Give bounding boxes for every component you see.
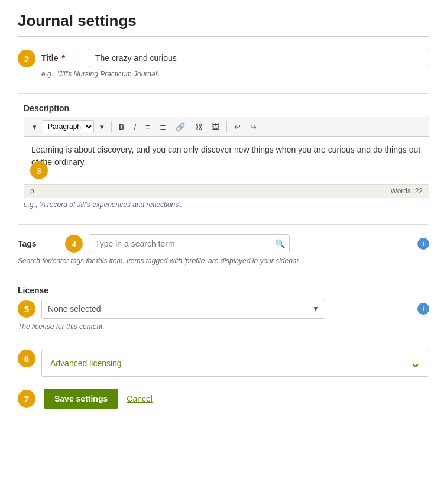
license-label: License	[18, 286, 429, 295]
advanced-licensing-label: Advanced licensing	[50, 358, 122, 368]
paragraph-select[interactable]: Paragraph	[43, 120, 94, 133]
link-button[interactable]: 🔗	[172, 121, 189, 133]
toolbar-divider-2	[226, 121, 227, 132]
description-body[interactable]: Learning is about discovery, and you can…	[24, 137, 429, 184]
image-button[interactable]: 🖼	[208, 121, 223, 133]
page-title: Journal settings	[18, 12, 429, 30]
word-count: Words: 22	[391, 187, 423, 195]
step-badge-4: 4	[65, 235, 83, 253]
step-badge-2: 2	[18, 50, 35, 67]
title-label: Title *	[41, 53, 83, 63]
license-select[interactable]: None selected Creative Commons Attributi…	[41, 299, 325, 319]
tags-info-icon[interactable]: i	[417, 238, 429, 250]
description-hint: e.g., 'A record of Jill's experiences an…	[24, 201, 429, 209]
license-hint: The license for this content.	[18, 322, 429, 331]
title-hint: e.g., 'Jill's Nursing Practicum Journal'…	[41, 70, 429, 78]
bold-button[interactable]: B	[115, 121, 128, 133]
search-icon: 🔍	[275, 239, 285, 248]
advanced-licensing-row: 6 Advanced licensing ⌄	[18, 340, 429, 377]
required-indicator: *	[60, 53, 65, 63]
license-info-icon[interactable]: i	[417, 303, 429, 315]
toolbar-chevron-para[interactable]: ▾	[96, 121, 108, 133]
step-badge-6: 6	[18, 350, 35, 367]
tags-field-group: Tags 4 🔍 i Search for/enter tags for thi…	[18, 234, 429, 265]
tags-label: Tags	[18, 239, 59, 248]
title-input[interactable]	[89, 49, 429, 67]
unlink-button[interactable]: ⛓	[191, 121, 206, 133]
redo-button[interactable]: ↪	[247, 121, 260, 133]
toolbar-divider-1	[111, 121, 112, 132]
undo-button[interactable]: ↩	[231, 121, 244, 133]
editor-footer: p Words: 22	[24, 184, 429, 198]
tags-search-input[interactable]	[89, 234, 290, 253]
editor-toolbar: ▾ Paragraph ▾ B I ≡ ≣ 🔗 ⛓ 🖼 ↩ ↪	[24, 117, 429, 137]
description-field-group: Description ▾ Paragraph ▾ B I ≡ ≣ 🔗 ⛓ 🖼	[18, 104, 429, 214]
tags-hint: Search for/enter tags for this item. Ite…	[18, 257, 429, 265]
step-badge-7: 7	[18, 390, 35, 408]
form-actions: 7 Save settings Cancel	[18, 389, 429, 409]
tags-search-wrap: 🔍	[89, 234, 290, 253]
step-badge-3: 3	[30, 161, 48, 179]
license-section: License 5 None selected Creative Commons…	[18, 286, 429, 331]
ordered-list-button[interactable]: ≣	[156, 121, 170, 133]
italic-button[interactable]: I	[130, 121, 140, 133]
description-editor: ▾ Paragraph ▾ B I ≡ ≣ 🔗 ⛓ 🖼 ↩ ↪	[24, 117, 429, 198]
save-button[interactable]: Save settings	[44, 389, 118, 409]
advanced-licensing-toggle[interactable]: Advanced licensing ⌄	[41, 350, 429, 377]
chevron-down-icon: ⌄	[410, 356, 420, 370]
description-label: Description	[24, 104, 429, 113]
license-select-wrap: None selected Creative Commons Attributi…	[41, 299, 325, 319]
unordered-list-button[interactable]: ≡	[142, 121, 154, 133]
title-field-group: 2 Title * e.g., 'Jill's Nursing Practicu…	[18, 49, 429, 83]
editor-tag: p	[30, 187, 34, 195]
toolbar-chevron[interactable]: ▾	[29, 121, 40, 133]
cancel-button[interactable]: Cancel	[127, 394, 153, 403]
step-badge-5: 5	[18, 300, 35, 318]
